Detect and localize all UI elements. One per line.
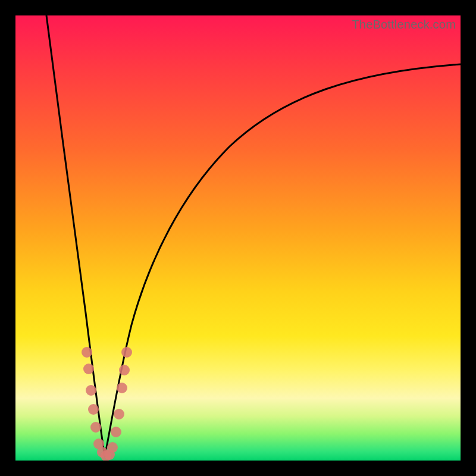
data-point bbox=[119, 365, 130, 375]
data-point bbox=[82, 347, 92, 358]
data-point bbox=[83, 364, 94, 374]
chart-plot-area: TheBottleneck.com bbox=[15, 15, 461, 461]
data-point bbox=[90, 422, 101, 433]
data-point bbox=[86, 385, 96, 396]
data-point bbox=[111, 427, 121, 437]
data-point bbox=[117, 383, 127, 393]
chart-frame: TheBottleneck.com bbox=[0, 0, 476, 476]
data-point bbox=[114, 409, 124, 419]
curve-right-branch bbox=[105, 64, 461, 457]
data-point bbox=[121, 347, 132, 358]
data-point bbox=[88, 404, 99, 415]
data-point bbox=[107, 442, 118, 453]
bottleneck-curve bbox=[15, 15, 461, 461]
